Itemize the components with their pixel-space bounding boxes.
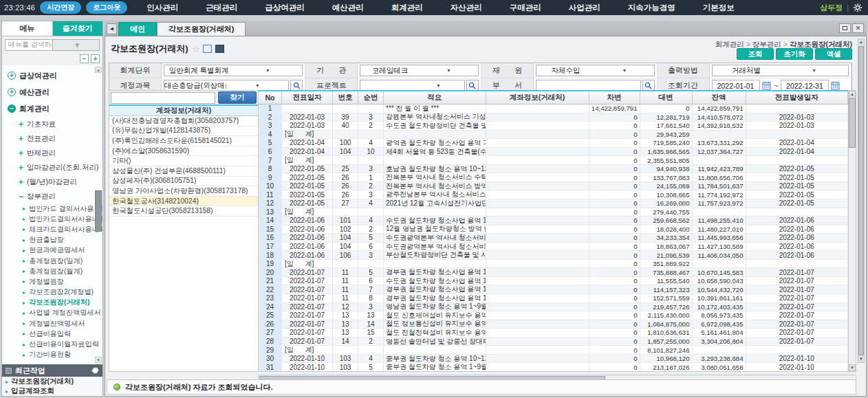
global-menu-item[interactable]: 기본정보 bbox=[703, 3, 735, 13]
ledger-row[interactable]: 28 2022-01-07 14 2 영동선 솔안터널 및 강릉선 장대터널 유… bbox=[259, 338, 848, 346]
scroll-down-icon[interactable]: ▼ bbox=[95, 357, 102, 363]
account-list-item[interactable]: 영남권 가야사업소(차량환경)(3058173178) bbox=[109, 186, 258, 197]
tree-node-icon[interactable] bbox=[19, 120, 23, 129]
recent-task-item[interactable]: 각보조원장(거래처) bbox=[2, 377, 102, 386]
ledger-row[interactable]: 19 [일 계] 0 351,889,922 bbox=[259, 260, 848, 269]
account-find-input[interactable] bbox=[111, 92, 215, 104]
menu-tree-item[interactable]: 법인카드결의서사용내역2 bbox=[2, 214, 102, 224]
global-menu-item[interactable]: 회계관리 bbox=[391, 3, 423, 13]
ledger-row[interactable]: 25 2022-01-07 13 13 철도 신호제어설비 유지보수 용역비 입… bbox=[259, 311, 848, 320]
scroll-up-icon[interactable]: ▲ bbox=[95, 67, 102, 73]
menu-tree-item[interactable]: 각보조원장(거래처) bbox=[2, 298, 102, 308]
ledger-row[interactable]: 14 2022-01-06 101 4 수도권 철도차량 청소사업 용역 1~1… bbox=[259, 217, 848, 225]
tree-node-icon[interactable] bbox=[23, 342, 25, 348]
tree-node-icon[interactable] bbox=[23, 268, 25, 274]
search-button[interactable]: 조회 bbox=[737, 48, 774, 60]
agency-select[interactable]: 코레일테크▼ bbox=[360, 65, 479, 76]
new-window-icon[interactable] bbox=[203, 45, 212, 53]
menu-tree-item[interactable]: 계정별잔액명세서 bbox=[2, 318, 102, 329]
menu-tree-item[interactable]: 총계정원장(월계) bbox=[2, 266, 102, 276]
grid-vertical-scrollbar[interactable]: ▲ ▼ bbox=[849, 90, 856, 372]
sidebar-tab-menu[interactable]: 메뉴 bbox=[2, 21, 53, 36]
ledger-row[interactable]: 9 2022-01-05 26 1 전북본부 역사내 청소서비스 수탁비 정산(… bbox=[259, 173, 848, 182]
ledger-row[interactable]: 24 2022-01-07 12 3 영남권 철도차량 청소 용역 1~9월 정… bbox=[259, 303, 848, 312]
ledger-row[interactable]: 15 2022-01-06 102 2 12월 영남권 철도차량청소 방역 업무… bbox=[259, 225, 848, 234]
accounting-unit-select[interactable]: 일반회계 특별회계▼ bbox=[164, 65, 303, 76]
favorite-star-icon[interactable]: ☆ bbox=[192, 44, 200, 54]
menu-tree-item[interactable]: 계정별원장 bbox=[2, 276, 102, 287]
menu-tree-item[interactable]: 전표관리 bbox=[2, 131, 102, 146]
scroll-up-icon[interactable]: ▲ bbox=[858, 39, 864, 45]
tree-node-icon[interactable] bbox=[19, 177, 23, 187]
ledger-row[interactable]: 13 [일 계] 0 279,440,755 bbox=[259, 208, 848, 217]
tree-node-icon[interactable] bbox=[23, 237, 25, 243]
ledger-row[interactable]: 11 2022-01-05 26 3 광주전남본부 역사내 청소서비스 12월 … bbox=[259, 190, 848, 199]
global-menu-item[interactable]: 자산관리 bbox=[451, 3, 482, 13]
global-menu-item[interactable]: 사업관리 bbox=[569, 3, 600, 13]
ledger-row[interactable]: 10 2022-01-05 26 2 전북본부 역사내 청소서비스 방역비 정산… bbox=[259, 182, 848, 191]
tree-node-icon[interactable] bbox=[23, 320, 25, 327]
ledger-row[interactable]: 8 2022-01-05 25 3 호남권 철도차량 청소 용역 10~12월 … bbox=[259, 165, 848, 174]
ledger-row[interactable]: 27 2022-01-07 13 15 철도 전철전력설비 유지보수 용역비 입… bbox=[259, 329, 848, 338]
tree-collapse-all-button[interactable]: − bbox=[80, 54, 89, 63]
ledger-row[interactable]: 6 2022-01-04 104 10 제4회 서울역 등 523동 건축물(수… bbox=[259, 148, 848, 157]
ledger-row[interactable]: 20 2022-01-07 11 5 경부권 철도차량 청소사업 용역 1~9월… bbox=[259, 268, 848, 277]
tab-scroll-left-icon[interactable]: ◀ bbox=[107, 23, 117, 34]
find-button[interactable]: 찾기 bbox=[218, 91, 257, 104]
tree-node-icon[interactable] bbox=[23, 352, 25, 358]
menu-tree-item[interactable]: 기초자료 bbox=[2, 117, 102, 131]
ledger-row[interactable]: 2 2022-01-03 39 3 강원본부 역사내청소서비스 기성 정산 입금… bbox=[259, 113, 848, 122]
menu-tree-item[interactable]: 반제관리 bbox=[2, 146, 102, 160]
tree-node-icon[interactable] bbox=[8, 71, 16, 80]
scroll-down-icon[interactable]: ▼ bbox=[849, 364, 856, 371]
menu-tree-item[interactable]: 사업별 계정잔액명세서 bbox=[2, 308, 102, 318]
clear-recent-eraser-icon[interactable] bbox=[91, 367, 99, 374]
global-menu-item[interactable]: 예산관리 bbox=[332, 3, 364, 13]
restore-window-icon[interactable] bbox=[839, 23, 851, 33]
ledger-row[interactable]: 5 2022-01-04 100 4 광역권 철도차량 청소사업 용역 기성 정… bbox=[259, 139, 848, 148]
ledger-row[interactable]: 31 2022-01-10 103 5 중부권 철도차량 청소 용역 1~9월 … bbox=[259, 363, 848, 372]
menu-tree-item[interactable]: 선급비용이월자료입력 bbox=[2, 339, 102, 349]
logout-button[interactable]: 로그아웃 bbox=[86, 1, 127, 14]
account-list-item[interactable]: (주)록인김해레스포타운(6158145021) bbox=[109, 136, 258, 146]
ledger-row[interactable]: 18 2022-01-06 106 3 부산철도차량정비단 건축물 및 시설장비… bbox=[259, 251, 848, 260]
menu-tree-item[interactable]: 기간비용현황 bbox=[2, 350, 102, 360]
menu-search-dropdown-icon[interactable]: ▼ bbox=[52, 40, 100, 50]
ledger-row[interactable]: 21 2022-01-07 11 6 수도권 철도차량 청소사업 용역 12월 … bbox=[259, 277, 848, 286]
tab-current[interactable]: 각보조원장(거래처) bbox=[157, 22, 246, 36]
scroll-up-icon[interactable]: ▲ bbox=[849, 91, 856, 98]
menu-tree-item[interactable]: (월/년)마감관리 bbox=[2, 175, 102, 189]
ledger-row[interactable]: 16 2022-01-06 104 5 수도권광역본부 역사내 청소서비스 12… bbox=[259, 234, 848, 243]
ledger-row[interactable]: 7 [일 계] 0 2,355,551,805 bbox=[259, 156, 848, 165]
account-list-item[interactable]: 삼성페자(주)(3068105751) bbox=[109, 177, 258, 187]
settings-gear-icon[interactable] bbox=[853, 3, 862, 12]
ledger-row[interactable]: 12 2022-01-05 27 4 2021년 12월 고속시설전기사업단 및… bbox=[259, 199, 848, 208]
tree-node-icon[interactable] bbox=[23, 331, 25, 337]
tree-node-icon[interactable] bbox=[23, 247, 25, 254]
tree-node-icon[interactable] bbox=[19, 134, 23, 144]
global-menu-item[interactable]: 구매관리 bbox=[510, 3, 541, 13]
tree-expand-all-button[interactable]: + bbox=[91, 54, 100, 63]
ledger-row[interactable]: 1 *** 전 월 이 월 *** 14,422,859,791 0 14,42… bbox=[259, 104, 848, 113]
menu-tree-item[interactable]: 일마감관리(조회.처리) bbox=[2, 160, 102, 175]
menu-tree-item[interactable]: 회계관리 bbox=[2, 100, 102, 117]
menu-tree-item[interactable]: 현금출납장 bbox=[2, 235, 102, 245]
menu-tree-item[interactable]: 각보조원장2(계정별) bbox=[2, 287, 102, 298]
tab-main[interactable]: 메인 bbox=[118, 22, 157, 36]
menu-tree-item[interactable]: 체크카드결의서사용내역 bbox=[2, 224, 102, 234]
menu-tree-item[interactable]: 법인카드 결의서사용 내역 bbox=[2, 203, 102, 214]
tree-node-icon[interactable] bbox=[23, 289, 25, 296]
tree-node-icon[interactable] bbox=[19, 148, 23, 158]
page-scrollbar[interactable]: ▲ ▼ bbox=[858, 38, 865, 363]
sidebar-tab-favorites[interactable]: 즐겨찾기 bbox=[53, 21, 103, 36]
account-list-item[interactable]: (주)에스알(3058631590) bbox=[109, 146, 258, 157]
menu-tree-item[interactable]: 예산관리 bbox=[2, 84, 102, 100]
tree-node-icon[interactable] bbox=[23, 278, 25, 285]
tree-node-icon[interactable] bbox=[23, 310, 25, 316]
ledger-row[interactable]: 3 2022-01-03 40 2 수도권 철도차량정비단 건축물 및 시설장비… bbox=[259, 122, 848, 131]
tree-node-icon[interactable] bbox=[19, 192, 23, 201]
menu-search-input[interactable]: 메뉴를 검색하세요 ▼ bbox=[5, 39, 100, 51]
account-list-item[interactable]: 기타() bbox=[109, 156, 258, 166]
global-menu-item[interactable]: 근태관리 bbox=[206, 3, 237, 13]
tree-node-icon[interactable] bbox=[8, 104, 16, 113]
